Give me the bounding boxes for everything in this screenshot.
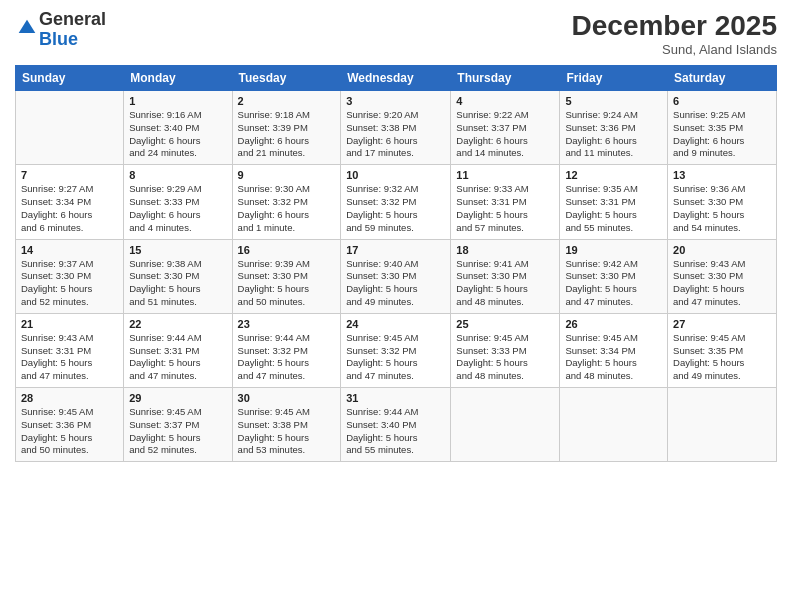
day-number-w4-d6: 26 <box>565 318 662 330</box>
day-number-w2-d1: 7 <box>21 169 118 181</box>
cell-w3-d4: 17Sunrise: 9:40 AM Sunset: 3:30 PM Dayli… <box>341 239 451 313</box>
col-wednesday: Wednesday <box>341 66 451 91</box>
day-info-w5-d3: Sunrise: 9:45 AM Sunset: 3:38 PM Dayligh… <box>238 406 336 457</box>
day-info-w2-d7: Sunrise: 9:36 AM Sunset: 3:30 PM Dayligh… <box>673 183 771 234</box>
calendar-table: Sunday Monday Tuesday Wednesday Thursday… <box>15 65 777 462</box>
cell-w3-d2: 15Sunrise: 9:38 AM Sunset: 3:30 PM Dayli… <box>124 239 232 313</box>
cell-w4-d7: 27Sunrise: 9:45 AM Sunset: 3:35 PM Dayli… <box>668 313 777 387</box>
day-number-w1-d2: 1 <box>129 95 226 107</box>
cell-w1-d6: 5Sunrise: 9:24 AM Sunset: 3:36 PM Daylig… <box>560 91 668 165</box>
cell-w5-d6 <box>560 388 668 462</box>
week-row-1: 1Sunrise: 9:16 AM Sunset: 3:40 PM Daylig… <box>16 91 777 165</box>
col-monday: Monday <box>124 66 232 91</box>
cell-w4-d6: 26Sunrise: 9:45 AM Sunset: 3:34 PM Dayli… <box>560 313 668 387</box>
logo-general-text: General <box>39 9 106 29</box>
day-number-w5-d3: 30 <box>238 392 336 404</box>
location-subtitle: Sund, Aland Islands <box>572 42 777 57</box>
week-row-3: 14Sunrise: 9:37 AM Sunset: 3:30 PM Dayli… <box>16 239 777 313</box>
cell-w1-d7: 6Sunrise: 9:25 AM Sunset: 3:35 PM Daylig… <box>668 91 777 165</box>
day-info-w2-d6: Sunrise: 9:35 AM Sunset: 3:31 PM Dayligh… <box>565 183 662 234</box>
day-info-w2-d3: Sunrise: 9:30 AM Sunset: 3:32 PM Dayligh… <box>238 183 336 234</box>
day-number-w1-d5: 4 <box>456 95 554 107</box>
day-info-w2-d2: Sunrise: 9:29 AM Sunset: 3:33 PM Dayligh… <box>129 183 226 234</box>
col-thursday: Thursday <box>451 66 560 91</box>
day-info-w4-d3: Sunrise: 9:44 AM Sunset: 3:32 PM Dayligh… <box>238 332 336 383</box>
cell-w3-d5: 18Sunrise: 9:41 AM Sunset: 3:30 PM Dayli… <box>451 239 560 313</box>
day-info-w3-d4: Sunrise: 9:40 AM Sunset: 3:30 PM Dayligh… <box>346 258 445 309</box>
col-saturday: Saturday <box>668 66 777 91</box>
day-info-w1-d3: Sunrise: 9:18 AM Sunset: 3:39 PM Dayligh… <box>238 109 336 160</box>
day-number-w5-d4: 31 <box>346 392 445 404</box>
day-info-w4-d2: Sunrise: 9:44 AM Sunset: 3:31 PM Dayligh… <box>129 332 226 383</box>
day-number-w4-d2: 22 <box>129 318 226 330</box>
cell-w5-d1: 28Sunrise: 9:45 AM Sunset: 3:36 PM Dayli… <box>16 388 124 462</box>
day-info-w1-d2: Sunrise: 9:16 AM Sunset: 3:40 PM Dayligh… <box>129 109 226 160</box>
day-number-w2-d6: 12 <box>565 169 662 181</box>
col-friday: Friday <box>560 66 668 91</box>
day-number-w4-d7: 27 <box>673 318 771 330</box>
day-info-w1-d5: Sunrise: 9:22 AM Sunset: 3:37 PM Dayligh… <box>456 109 554 160</box>
day-info-w2-d5: Sunrise: 9:33 AM Sunset: 3:31 PM Dayligh… <box>456 183 554 234</box>
month-title: December 2025 <box>572 10 777 42</box>
logo: General Blue <box>15 10 106 50</box>
cell-w5-d2: 29Sunrise: 9:45 AM Sunset: 3:37 PM Dayli… <box>124 388 232 462</box>
week-row-5: 28Sunrise: 9:45 AM Sunset: 3:36 PM Dayli… <box>16 388 777 462</box>
cell-w5-d7 <box>668 388 777 462</box>
cell-w4-d4: 24Sunrise: 9:45 AM Sunset: 3:32 PM Dayli… <box>341 313 451 387</box>
cell-w1-d1 <box>16 91 124 165</box>
cell-w2-d5: 11Sunrise: 9:33 AM Sunset: 3:31 PM Dayli… <box>451 165 560 239</box>
day-info-w1-d4: Sunrise: 9:20 AM Sunset: 3:38 PM Dayligh… <box>346 109 445 160</box>
day-number-w4-d5: 25 <box>456 318 554 330</box>
day-number-w1-d4: 3 <box>346 95 445 107</box>
day-number-w4-d1: 21 <box>21 318 118 330</box>
logo-icon <box>17 18 37 38</box>
header: General Blue December 2025 Sund, Aland I… <box>15 10 777 57</box>
day-number-w2-d4: 10 <box>346 169 445 181</box>
day-number-w2-d2: 8 <box>129 169 226 181</box>
page: General Blue December 2025 Sund, Aland I… <box>0 0 792 612</box>
logo-blue-text: Blue <box>39 29 78 49</box>
svg-marker-0 <box>19 19 36 32</box>
day-info-w4-d5: Sunrise: 9:45 AM Sunset: 3:33 PM Dayligh… <box>456 332 554 383</box>
cell-w5-d5 <box>451 388 560 462</box>
day-number-w3-d6: 19 <box>565 244 662 256</box>
day-number-w3-d7: 20 <box>673 244 771 256</box>
day-info-w4-d6: Sunrise: 9:45 AM Sunset: 3:34 PM Dayligh… <box>565 332 662 383</box>
cell-w4-d1: 21Sunrise: 9:43 AM Sunset: 3:31 PM Dayli… <box>16 313 124 387</box>
week-row-2: 7Sunrise: 9:27 AM Sunset: 3:34 PM Daylig… <box>16 165 777 239</box>
day-info-w2-d1: Sunrise: 9:27 AM Sunset: 3:34 PM Dayligh… <box>21 183 118 234</box>
day-number-w5-d2: 29 <box>129 392 226 404</box>
day-info-w5-d2: Sunrise: 9:45 AM Sunset: 3:37 PM Dayligh… <box>129 406 226 457</box>
day-number-w3-d1: 14 <box>21 244 118 256</box>
day-number-w3-d3: 16 <box>238 244 336 256</box>
day-info-w3-d5: Sunrise: 9:41 AM Sunset: 3:30 PM Dayligh… <box>456 258 554 309</box>
day-number-w5-d1: 28 <box>21 392 118 404</box>
col-tuesday: Tuesday <box>232 66 341 91</box>
cell-w1-d3: 2Sunrise: 9:18 AM Sunset: 3:39 PM Daylig… <box>232 91 341 165</box>
day-info-w4-d1: Sunrise: 9:43 AM Sunset: 3:31 PM Dayligh… <box>21 332 118 383</box>
day-info-w1-d6: Sunrise: 9:24 AM Sunset: 3:36 PM Dayligh… <box>565 109 662 160</box>
day-info-w5-d1: Sunrise: 9:45 AM Sunset: 3:36 PM Dayligh… <box>21 406 118 457</box>
cell-w2-d7: 13Sunrise: 9:36 AM Sunset: 3:30 PM Dayli… <box>668 165 777 239</box>
cell-w3-d6: 19Sunrise: 9:42 AM Sunset: 3:30 PM Dayli… <box>560 239 668 313</box>
day-number-w3-d2: 15 <box>129 244 226 256</box>
header-row: Sunday Monday Tuesday Wednesday Thursday… <box>16 66 777 91</box>
day-number-w1-d6: 5 <box>565 95 662 107</box>
week-row-4: 21Sunrise: 9:43 AM Sunset: 3:31 PM Dayli… <box>16 313 777 387</box>
cell-w4-d3: 23Sunrise: 9:44 AM Sunset: 3:32 PM Dayli… <box>232 313 341 387</box>
cell-w2-d6: 12Sunrise: 9:35 AM Sunset: 3:31 PM Dayli… <box>560 165 668 239</box>
cell-w3-d7: 20Sunrise: 9:43 AM Sunset: 3:30 PM Dayli… <box>668 239 777 313</box>
day-number-w2-d7: 13 <box>673 169 771 181</box>
cell-w1-d2: 1Sunrise: 9:16 AM Sunset: 3:40 PM Daylig… <box>124 91 232 165</box>
day-number-w3-d5: 18 <box>456 244 554 256</box>
day-info-w4-d7: Sunrise: 9:45 AM Sunset: 3:35 PM Dayligh… <box>673 332 771 383</box>
cell-w5-d3: 30Sunrise: 9:45 AM Sunset: 3:38 PM Dayli… <box>232 388 341 462</box>
day-number-w1-d7: 6 <box>673 95 771 107</box>
col-sunday: Sunday <box>16 66 124 91</box>
cell-w3-d1: 14Sunrise: 9:37 AM Sunset: 3:30 PM Dayli… <box>16 239 124 313</box>
cell-w2-d2: 8Sunrise: 9:29 AM Sunset: 3:33 PM Daylig… <box>124 165 232 239</box>
cell-w2-d3: 9Sunrise: 9:30 AM Sunset: 3:32 PM Daylig… <box>232 165 341 239</box>
cell-w4-d2: 22Sunrise: 9:44 AM Sunset: 3:31 PM Dayli… <box>124 313 232 387</box>
day-info-w3-d1: Sunrise: 9:37 AM Sunset: 3:30 PM Dayligh… <box>21 258 118 309</box>
day-number-w1-d3: 2 <box>238 95 336 107</box>
